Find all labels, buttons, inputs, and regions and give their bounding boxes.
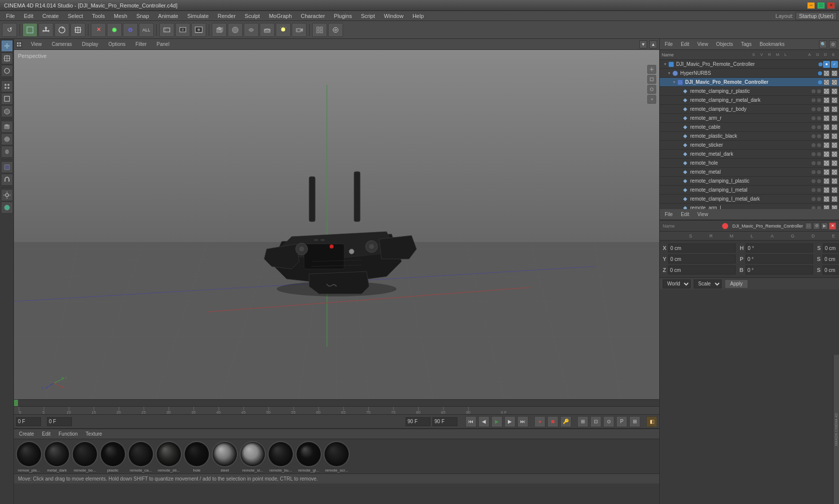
obj-list-item-5[interactable]: ▶ remote_plastic_black	[660, 132, 839, 141]
toolbar-render-view[interactable]	[175, 23, 190, 37]
menu-file[interactable]: File	[2, 11, 19, 21]
om-objects-btn[interactable]: Objects	[713, 41, 736, 47]
mat-create-btn[interactable]: Create	[17, 431, 36, 437]
toolbar-nurbs[interactable]	[244, 23, 259, 37]
menu-sculpt[interactable]: Sculpt	[241, 11, 264, 21]
menu-mesh[interactable]: Mesh	[110, 11, 131, 21]
record-btn[interactable]: ●	[534, 416, 545, 427]
om-tags-btn[interactable]: Tags	[738, 41, 755, 47]
obj-list-item-10[interactable]: ▶ remote_clamping_l_plastic	[660, 177, 839, 186]
toolbar-toggle-x[interactable]: ✕	[91, 23, 106, 37]
coord-b-rot[interactable]	[746, 265, 813, 274]
tool-rotate[interactable]	[1, 65, 13, 77]
om-search-icon[interactable]: 🔍	[819, 40, 827, 48]
toolbar-toggle-y[interactable]: ◉	[107, 23, 122, 37]
start-frame-input[interactable]	[47, 417, 72, 426]
obj-dot-1[interactable]	[819, 62, 823, 66]
toolbar-deformer[interactable]	[260, 23, 275, 37]
obj-list-item-9[interactable]: ▶ remote_metal	[660, 168, 839, 177]
coord-icon-3[interactable]: ▶	[821, 223, 828, 230]
material-item-2[interactable]: remote_bo...	[72, 441, 98, 473]
obj-dji-expand[interactable]: ▼	[672, 80, 677, 85]
next-frame-btn[interactable]: ▶	[504, 416, 515, 427]
tool-box[interactable]	[1, 121, 13, 133]
layout-value[interactable]: Startup (User)	[796, 12, 837, 20]
viewport-minimize[interactable]: ▼	[639, 40, 647, 48]
menu-tools[interactable]: Tools	[88, 11, 109, 21]
tool-settings[interactable]	[1, 189, 13, 201]
end-frame-input1[interactable]	[406, 417, 430, 426]
coord-delete-icon[interactable]: ✕	[829, 223, 836, 230]
anim-mode-4[interactable]: P	[616, 416, 627, 427]
material-item-6[interactable]: hole	[184, 441, 210, 473]
tool-magnet[interactable]	[1, 174, 13, 186]
play-btn[interactable]: ▶	[491, 416, 502, 427]
material-item-7[interactable]: steel	[212, 441, 238, 473]
goto-end-btn[interactable]: ⏭	[517, 416, 528, 427]
viewport-display-menu[interactable]: Display	[79, 41, 101, 47]
menu-character[interactable]: Character	[297, 11, 329, 21]
obj-list-item-11[interactable]: ▶ remote_clamping_l_metal	[660, 186, 839, 195]
obj-expand-icon[interactable]: ▼	[663, 62, 668, 67]
coord-x-pos[interactable]	[668, 244, 736, 252]
toolbar-light[interactable]	[276, 23, 291, 37]
coord-file-btn[interactable]: File	[662, 211, 676, 218]
toolbar-spline[interactable]	[328, 23, 343, 37]
menu-animate[interactable]: Animate	[154, 11, 182, 21]
material-item-11[interactable]: remote_scr...	[324, 441, 350, 473]
coord-p-rot[interactable]	[746, 254, 813, 263]
coord-z-size[interactable]	[823, 265, 839, 274]
om-file-btn[interactable]: File	[662, 41, 676, 47]
mat-texture-btn[interactable]: Texture	[84, 431, 104, 437]
timeline-track[interactable]	[14, 400, 659, 407]
material-item-9[interactable]: remote_bu...	[268, 441, 294, 473]
mat-edit-btn[interactable]: Edit	[40, 431, 52, 437]
coord-z-pos[interactable]	[668, 265, 736, 274]
toolbar-render-all[interactable]	[191, 23, 206, 37]
obj-list-item-7[interactable]: ▶ remote_metal_dark	[660, 150, 839, 159]
material-item-3[interactable]: plastic	[100, 441, 126, 473]
end-frame-input2[interactable]	[432, 417, 457, 426]
material-item-10[interactable]: remote_gl...	[296, 441, 322, 473]
menu-edit[interactable]: Edit	[20, 11, 37, 21]
obj-list-item-2[interactable]: ▶ remote_clamping_r_body	[660, 105, 839, 114]
obj-dji[interactable]: ▼ DJI_Mavic_Pro_Remote_Controller	[660, 78, 839, 87]
obj-list-item-3[interactable]: ▶ remote_arm_r	[660, 114, 839, 123]
obj-list-item-0[interactable]: ▶ remote_clamping_r_plastic	[660, 87, 839, 96]
toolbar-grid[interactable]	[312, 23, 327, 37]
current-frame-input[interactable]	[16, 417, 41, 426]
obj-list-item-6[interactable]: ▶ remote_sticker	[660, 141, 839, 150]
timeline-ruler[interactable]: 0 5 10 15 20 25 30 35	[14, 407, 659, 415]
viewport-panel-menu[interactable]: Panel	[154, 41, 173, 47]
tool-sphere[interactable]	[1, 133, 13, 145]
om-view-btn[interactable]: View	[694, 41, 711, 47]
menu-select[interactable]: Select	[64, 11, 87, 21]
anim-mode-5[interactable]: ⊞	[629, 416, 640, 427]
coord-view-btn[interactable]: View	[694, 211, 711, 218]
viewport-panel-icon[interactable]	[16, 41, 22, 47]
toolbar-move[interactable]	[38, 23, 53, 37]
om-settings-icon[interactable]: ⚙	[829, 40, 837, 48]
menu-mograph[interactable]: MoGraph	[265, 11, 296, 21]
coord-icon-1[interactable]: □	[805, 223, 812, 230]
tool-polygons[interactable]	[1, 105, 13, 117]
menu-simulate[interactable]: Simulate	[183, 11, 213, 21]
menu-script[interactable]: Script	[357, 11, 379, 21]
viewport-nav-rotate[interactable]	[647, 85, 656, 94]
toolbar-rotate[interactable]	[54, 23, 69, 37]
key-btn[interactable]: 🔑	[560, 416, 571, 427]
tool-paint[interactable]	[1, 161, 13, 173]
toolbar-render-region[interactable]	[159, 23, 174, 37]
material-item-5[interactable]: remote_sti...	[156, 441, 182, 473]
anim-mode-2[interactable]: ⊡	[590, 416, 601, 427]
toolbar-select[interactable]	[22, 23, 37, 37]
viewport-cameras-menu[interactable]: Cameras	[49, 41, 75, 47]
material-item-1[interactable]: metal_dark	[44, 441, 70, 473]
viewport-maximize[interactable]: ▲	[649, 40, 657, 48]
coord-apply-btn[interactable]: Apply	[725, 279, 748, 288]
toolbar-toggle-z[interactable]: Θ	[123, 23, 138, 37]
material-item-4[interactable]: remote_ca...	[128, 441, 154, 473]
obj-list-item-4[interactable]: ▶ remote_cable	[660, 123, 839, 132]
object-list[interactable]: ▼ DJI_Mavic_Pro_Remote_Controller ■ ✓ ▼ …	[660, 60, 839, 209]
menu-window[interactable]: Window	[380, 11, 408, 21]
